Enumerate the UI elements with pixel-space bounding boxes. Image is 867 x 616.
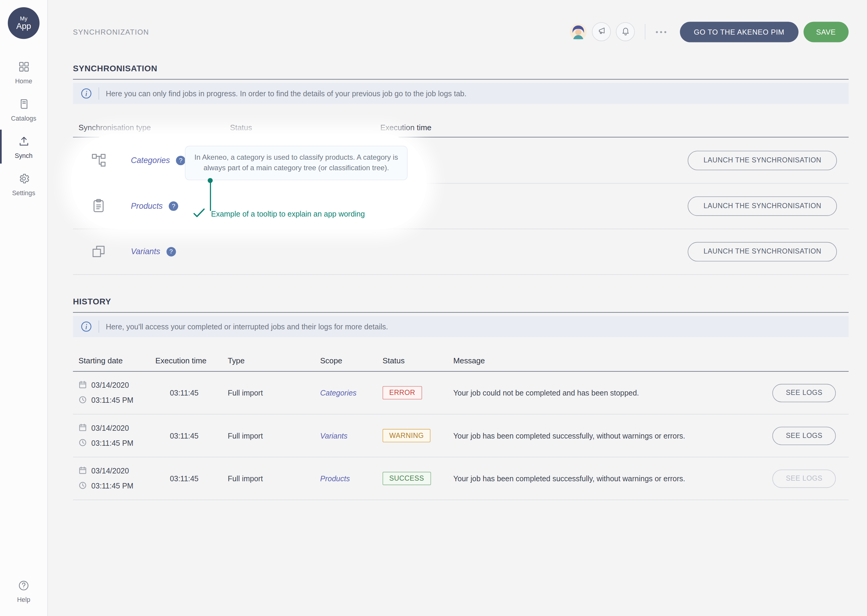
status-badge: WARNING [383, 429, 430, 442]
starting-date-cell: 03/14/2020 03:11:45 PM [79, 423, 155, 448]
home-icon [17, 61, 30, 74]
question-badge[interactable]: ? [176, 156, 186, 165]
history-row-categories: 03/14/2020 03:11:45 PM 03:11:45 Full imp… [73, 372, 849, 415]
sidebar-item-home[interactable]: Home [0, 53, 47, 91]
bell-icon [621, 26, 630, 38]
see-logs-button[interactable]: SEE LOGS [772, 469, 836, 487]
clock-icon [79, 481, 87, 491]
sidebar-item-synch[interactable]: Synch [0, 128, 47, 165]
launch-sync-button-products[interactable]: LAUNCH THE SYNCHRONISATION [688, 196, 837, 216]
clock-icon [79, 438, 87, 448]
start-time: 03:11:45 PM [91, 439, 133, 447]
history-info-text: Here, you'll access your completed or in… [106, 322, 388, 331]
message-text: Your job has been completed successfully… [453, 475, 765, 483]
sync-table: Categories ? LAUNCH THE SYNCHRONISATION … [73, 137, 849, 274]
type-value: Full import [228, 431, 320, 440]
sync-type-label[interactable]: Categories [131, 156, 170, 165]
settings-gear-icon [17, 172, 30, 185]
column-starting-date: Starting date [79, 356, 155, 365]
execution-time-value: 03:11:45 [155, 389, 228, 397]
history-row-products: 03/14/2020 03:11:45 PM 03:11:45 Full imp… [73, 457, 849, 500]
topbar-actions: ••• GO TO THE AKENEO PIM SAVE [570, 21, 849, 42]
scope-link[interactable]: Variants [320, 431, 383, 440]
sidebar-item-label: Help [17, 596, 30, 603]
info-icon [81, 88, 92, 99]
history-row-variants: 03/14/2020 03:11:45 PM 03:11:45 Full imp… [73, 415, 849, 457]
question-badge[interactable]: ? [166, 247, 175, 256]
logo-line-2: App [16, 22, 31, 31]
catalogs-icon [17, 98, 30, 111]
banner-divider [98, 321, 99, 333]
launch-sync-button-variants[interactable]: LAUNCH THE SYNCHRONISATION [688, 242, 837, 261]
column-status: Status [230, 123, 380, 132]
history-info-banner: Here, you'll access your completed or in… [73, 316, 849, 337]
column-execution-time: Execution time [155, 356, 228, 365]
column-message: Message [453, 356, 765, 365]
topbar: SYNCHRONIZATION ••• GO TO THE AKENEO PIM… [73, 0, 849, 63]
synch-upload-icon [17, 135, 30, 148]
sync-info-banner: Here you can only find jobs in progress.… [73, 83, 849, 104]
main-content: SYNCHRONIZATION ••• GO TO THE AKENEO PIM… [48, 0, 867, 616]
column-synchronisation-type: Synchronisation type [79, 123, 230, 132]
topbar-divider [645, 24, 646, 40]
history-table-header: Starting date Execution time Type Scope … [73, 349, 849, 372]
start-date: 03/14/2020 [91, 381, 129, 390]
sync-row-products: Products ? LAUNCH THE SYNCHRONISATION [73, 183, 849, 229]
app-logo[interactable]: My App [8, 7, 39, 39]
calendar-icon [79, 380, 87, 390]
save-button[interactable]: SAVE [804, 21, 849, 42]
starting-date-cell: 03/14/2020 03:11:45 PM [79, 466, 155, 491]
status-badge: ERROR [383, 386, 422, 399]
sidebar-item-label: Catalogs [11, 115, 36, 122]
scope-link[interactable]: Categories [320, 389, 383, 397]
history-section-title: HISTORY [73, 297, 849, 306]
question-badge[interactable]: ? [169, 201, 178, 211]
column-status: Status [383, 356, 453, 365]
row-divider [73, 274, 849, 275]
history-section: HISTORY Here, you'll access your complet… [73, 274, 849, 500]
categories-tree-icon [91, 152, 107, 168]
ellipsis-icon[interactable]: ••• [656, 28, 668, 36]
type-value: Full import [228, 475, 320, 483]
message-text: Your job has been completed successfully… [453, 431, 765, 440]
sidebar-item-help[interactable]: Help [17, 580, 30, 603]
message-text: Your job could not be completed and has … [453, 389, 765, 397]
start-time: 03:11:45 PM [91, 396, 133, 405]
sidebar-item-catalogs[interactable]: Catalogs [0, 91, 47, 128]
page-title: SYNCHRONIZATION [73, 28, 149, 36]
launch-sync-button-categories[interactable]: LAUNCH THE SYNCHRONISATION [688, 150, 837, 170]
sidebar-item-label: Settings [12, 190, 35, 196]
logo-line-1: My [20, 15, 27, 21]
start-date: 03/14/2020 [91, 424, 129, 432]
see-logs-button[interactable]: SEE LOGS [772, 426, 836, 445]
type-value: Full import [228, 389, 320, 397]
calendar-icon [79, 423, 87, 433]
sidebar-item-label: Home [15, 78, 32, 85]
variants-icon [91, 244, 107, 259]
section-rule [73, 312, 849, 313]
notifications-button[interactable] [616, 22, 635, 41]
banner-divider [98, 87, 99, 99]
sync-row-categories: Categories ? LAUNCH THE SYNCHRONISATION [73, 137, 849, 183]
see-logs-button[interactable]: SEE LOGS [772, 383, 836, 402]
scope-link[interactable]: Products [320, 475, 383, 483]
status-badge: SUCCESS [383, 472, 431, 485]
go-to-pim-button[interactable]: GO TO THE AKENEO PIM [680, 21, 798, 42]
announcements-button[interactable] [592, 22, 611, 41]
avatar[interactable] [570, 23, 587, 40]
column-scope: Scope [320, 356, 383, 365]
execution-time-value: 03:11:45 [155, 475, 228, 483]
sync-type-label[interactable]: Variants [131, 247, 160, 256]
sync-row-variants: Variants ? LAUNCH THE SYNCHRONISATION [73, 229, 849, 274]
sync-info-text: Here you can only find jobs in progress.… [106, 90, 466, 98]
sync-section: SYNCHRONISATION Here you can only find j… [73, 63, 849, 274]
column-execution-time: Execution time [380, 123, 849, 132]
sidebar-item-settings[interactable]: Settings [0, 165, 47, 203]
megaphone-icon [597, 26, 606, 38]
info-icon [81, 321, 92, 332]
sidebar: My App Home Catalogs Synch Settings H [0, 0, 48, 616]
sync-type-label[interactable]: Products [131, 201, 163, 211]
execution-time-value: 03:11:45 [155, 431, 228, 440]
clock-icon [79, 395, 87, 405]
app-window: My App Home Catalogs Synch Settings H [0, 0, 867, 616]
